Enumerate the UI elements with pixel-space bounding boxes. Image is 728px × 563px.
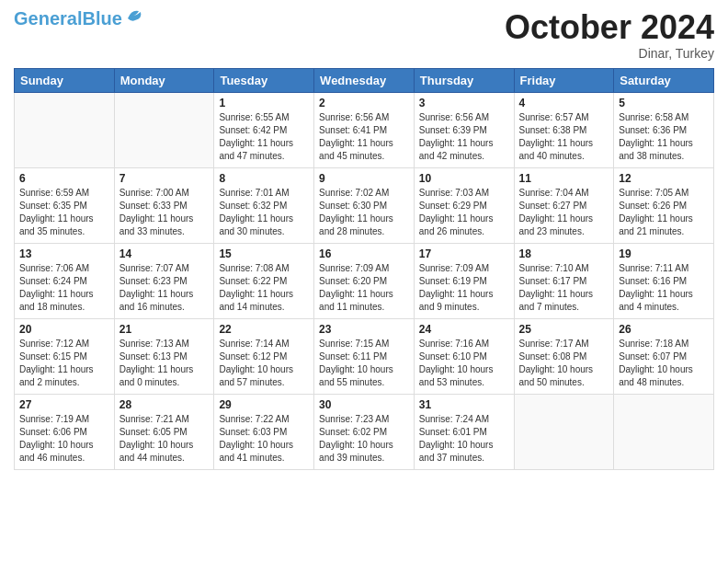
calendar-cell: 24Sunrise: 7:16 AMSunset: 6:10 PMDayligh… <box>414 318 514 394</box>
calendar-cell: 17Sunrise: 7:09 AMSunset: 6:19 PMDayligh… <box>414 243 514 318</box>
calendar-cell: 18Sunrise: 7:10 AMSunset: 6:17 PMDayligh… <box>514 243 614 318</box>
day-info: Sunrise: 7:24 AMSunset: 6:01 PMDaylight:… <box>419 413 509 465</box>
day-info: Sunrise: 7:00 AMSunset: 6:33 PMDaylight:… <box>119 187 210 238</box>
day-info: Sunrise: 7:07 AMSunset: 6:23 PMDaylight:… <box>119 262 210 314</box>
day-number: 3 <box>419 97 509 109</box>
day-info: Sunrise: 7:12 AMSunset: 6:15 PMDaylight:… <box>19 338 109 389</box>
day-number: 13 <box>19 247 109 260</box>
day-number: 5 <box>619 97 709 109</box>
day-info: Sunrise: 7:19 AMSunset: 6:06 PMDaylight:… <box>19 413 109 465</box>
calendar-week-1: 1Sunrise: 6:55 AMSunset: 6:42 PMDaylight… <box>15 92 714 167</box>
day-info: Sunrise: 7:18 AMSunset: 6:07 PMDaylight:… <box>619 338 709 389</box>
day-number: 2 <box>319 97 409 109</box>
calendar-cell: 22Sunrise: 7:14 AMSunset: 6:12 PMDayligh… <box>214 318 314 394</box>
calendar-cell: 26Sunrise: 7:18 AMSunset: 6:07 PMDayligh… <box>614 318 714 394</box>
day-info: Sunrise: 6:57 AMSunset: 6:38 PMDaylight:… <box>519 111 609 163</box>
calendar-cell: 13Sunrise: 7:06 AMSunset: 6:24 PMDayligh… <box>15 243 115 318</box>
day-number: 11 <box>519 172 609 185</box>
day-info: Sunrise: 7:17 AMSunset: 6:08 PMDaylight:… <box>519 338 609 389</box>
calendar-cell: 15Sunrise: 7:08 AMSunset: 6:22 PMDayligh… <box>214 243 314 318</box>
calendar-cell: 5Sunrise: 6:58 AMSunset: 6:36 PMDaylight… <box>614 92 714 167</box>
day-info: Sunrise: 7:01 AMSunset: 6:32 PMDaylight:… <box>219 187 309 238</box>
day-number: 29 <box>219 398 309 411</box>
calendar-week-3: 13Sunrise: 7:06 AMSunset: 6:24 PMDayligh… <box>15 243 714 318</box>
day-number: 21 <box>119 323 210 336</box>
calendar-week-5: 27Sunrise: 7:19 AMSunset: 6:06 PMDayligh… <box>15 394 714 469</box>
day-number: 24 <box>419 323 509 336</box>
day-number: 9 <box>319 172 409 185</box>
calendar-cell: 2Sunrise: 6:56 AMSunset: 6:41 PMDaylight… <box>314 92 415 167</box>
day-number: 15 <box>219 247 309 260</box>
day-number: 25 <box>519 323 609 336</box>
day-info: Sunrise: 7:15 AMSunset: 6:11 PMDaylight:… <box>319 338 409 389</box>
day-number: 14 <box>119 247 210 260</box>
calendar-cell: 16Sunrise: 7:09 AMSunset: 6:20 PMDayligh… <box>314 243 415 318</box>
calendar-body: 1Sunrise: 6:55 AMSunset: 6:42 PMDaylight… <box>15 92 714 469</box>
day-number: 12 <box>619 172 709 185</box>
calendar-cell <box>114 92 214 167</box>
calendar-cell: 1Sunrise: 6:55 AMSunset: 6:42 PMDaylight… <box>214 92 314 167</box>
day-info: Sunrise: 7:09 AMSunset: 6:20 PMDaylight:… <box>319 262 409 314</box>
logo-block: GeneralBlue <box>14 9 144 28</box>
calendar-week-2: 6Sunrise: 6:59 AMSunset: 6:35 PMDaylight… <box>15 167 714 243</box>
calendar-cell: 8Sunrise: 7:01 AMSunset: 6:32 PMDaylight… <box>214 167 314 243</box>
calendar-cell: 12Sunrise: 7:05 AMSunset: 6:26 PMDayligh… <box>614 167 714 243</box>
day-number: 19 <box>619 247 709 260</box>
day-number: 27 <box>19 398 109 411</box>
calendar-cell: 21Sunrise: 7:13 AMSunset: 6:13 PMDayligh… <box>114 318 214 394</box>
day-number: 4 <box>519 97 609 109</box>
day-info: Sunrise: 7:02 AMSunset: 6:30 PMDaylight:… <box>319 187 409 238</box>
header-tuesday: Tuesday <box>214 68 314 92</box>
calendar-cell: 14Sunrise: 7:07 AMSunset: 6:23 PMDayligh… <box>114 243 214 318</box>
calendar-cell: 31Sunrise: 7:24 AMSunset: 6:01 PMDayligh… <box>414 394 514 469</box>
month-title: October 2024 <box>505 9 714 46</box>
calendar-cell <box>614 394 714 469</box>
day-info: Sunrise: 7:14 AMSunset: 6:12 PMDaylight:… <box>219 338 309 389</box>
day-info: Sunrise: 7:11 AMSunset: 6:16 PMDaylight:… <box>619 262 709 314</box>
calendar-cell: 28Sunrise: 7:21 AMSunset: 6:05 PMDayligh… <box>114 394 214 469</box>
day-number: 17 <box>419 247 509 260</box>
calendar-cell: 9Sunrise: 7:02 AMSunset: 6:30 PMDaylight… <box>314 167 415 243</box>
header-sunday: Sunday <box>15 68 115 92</box>
logo-general: General <box>14 8 82 29</box>
calendar-table: Sunday Monday Tuesday Wednesday Thursday… <box>14 68 714 470</box>
day-info: Sunrise: 7:13 AMSunset: 6:13 PMDaylight:… <box>119 338 210 389</box>
weekday-row: Sunday Monday Tuesday Wednesday Thursday… <box>15 68 714 92</box>
header-friday: Friday <box>514 68 614 92</box>
calendar-cell: 27Sunrise: 7:19 AMSunset: 6:06 PMDayligh… <box>15 394 115 469</box>
day-info: Sunrise: 7:10 AMSunset: 6:17 PMDaylight:… <box>519 262 609 314</box>
day-number: 22 <box>219 323 309 336</box>
calendar-cell <box>15 92 115 167</box>
logo-blue: Blue <box>82 8 121 29</box>
calendar-cell: 30Sunrise: 7:23 AMSunset: 6:02 PMDayligh… <box>314 394 415 469</box>
day-info: Sunrise: 7:21 AMSunset: 6:05 PMDaylight:… <box>119 413 210 465</box>
day-number: 23 <box>319 323 409 336</box>
calendar-cell: 25Sunrise: 7:17 AMSunset: 6:08 PMDayligh… <box>514 318 614 394</box>
day-info: Sunrise: 7:22 AMSunset: 6:03 PMDaylight:… <box>219 413 309 465</box>
header-thursday: Thursday <box>414 68 514 92</box>
day-info: Sunrise: 7:03 AMSunset: 6:29 PMDaylight:… <box>419 187 509 238</box>
logo: GeneralBlue <box>14 9 144 28</box>
day-number: 10 <box>419 172 509 185</box>
day-number: 28 <box>119 398 210 411</box>
subtitle: Dinar, Turkey <box>505 46 714 61</box>
day-number: 7 <box>119 172 210 185</box>
calendar-cell: 6Sunrise: 6:59 AMSunset: 6:35 PMDaylight… <box>15 167 115 243</box>
calendar-week-4: 20Sunrise: 7:12 AMSunset: 6:15 PMDayligh… <box>15 318 714 394</box>
day-number: 20 <box>19 323 109 336</box>
calendar-cell: 20Sunrise: 7:12 AMSunset: 6:15 PMDayligh… <box>15 318 115 394</box>
day-info: Sunrise: 6:56 AMSunset: 6:41 PMDaylight:… <box>319 111 409 163</box>
calendar-cell: 29Sunrise: 7:22 AMSunset: 6:03 PMDayligh… <box>214 394 314 469</box>
day-number: 30 <box>319 398 409 411</box>
day-number: 26 <box>619 323 709 336</box>
day-number: 1 <box>219 97 309 109</box>
header: GeneralBlue October 2024 Dinar, Turkey <box>14 9 714 61</box>
day-info: Sunrise: 7:04 AMSunset: 6:27 PMDaylight:… <box>519 187 609 238</box>
day-number: 8 <box>219 172 309 185</box>
calendar-header: Sunday Monday Tuesday Wednesday Thursday… <box>15 68 714 92</box>
calendar-cell: 19Sunrise: 7:11 AMSunset: 6:16 PMDayligh… <box>614 243 714 318</box>
calendar-cell: 4Sunrise: 6:57 AMSunset: 6:38 PMDaylight… <box>514 92 614 167</box>
day-number: 6 <box>19 172 109 185</box>
calendar-cell <box>514 394 614 469</box>
calendar-cell: 7Sunrise: 7:00 AMSunset: 6:33 PMDaylight… <box>114 167 214 243</box>
